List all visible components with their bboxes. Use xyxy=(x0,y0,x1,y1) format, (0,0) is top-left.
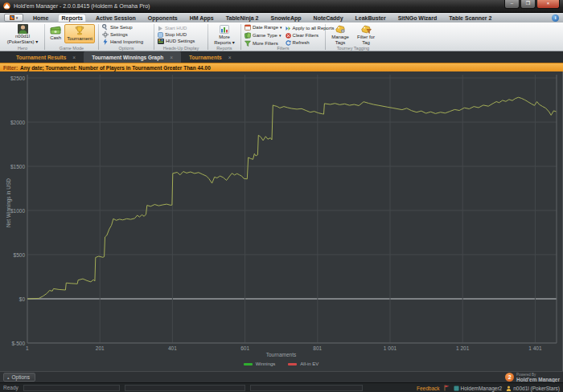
group-label-filters: Filters xyxy=(242,46,324,51)
options-button[interactable]: ▴ Options xyxy=(3,373,35,382)
filter-for-tag-button[interactable]: Filter for Tag xyxy=(355,24,377,46)
hud-settings-icon xyxy=(158,39,164,44)
menu-item-hm-apps[interactable]: HM Apps xyxy=(187,14,216,22)
minimize-button[interactable]: – xyxy=(504,0,520,9)
more-reports-label: More Reports ▾ xyxy=(212,35,236,45)
tab-tournament-winnings-graph[interactable]: Tournament Winnings Graph× xyxy=(84,51,181,63)
group-label-tagging: Tourney Tagging xyxy=(327,46,380,51)
chevron-down-icon: ▾ xyxy=(35,39,38,44)
manage-tags-button[interactable]: Manage Tags xyxy=(329,24,351,46)
account-icon xyxy=(454,386,459,391)
hero-avatar-icon[interactable] xyxy=(18,24,28,34)
group-label-game-mode: Game Mode xyxy=(46,46,97,51)
tournament-button[interactable]: Tournament xyxy=(64,24,95,43)
svg-text:$-500: $-500 xyxy=(11,341,25,346)
chart-legend: Winnings All-in EV xyxy=(0,361,562,366)
ribbon-group-options: Site Setup Settings Hand Importing Optio… xyxy=(100,23,153,51)
chevron-down-icon: ▾ xyxy=(279,33,282,38)
group-label-hero: Hero xyxy=(2,46,43,51)
group-label-reports: Reports xyxy=(209,46,240,51)
ribbon-group-game-mode: Cash Tournament Game Mode xyxy=(46,23,97,51)
chevron-down-icon: ▾ xyxy=(16,16,18,20)
svg-text:201: 201 xyxy=(96,345,105,351)
feedback-flag-icon xyxy=(444,385,450,391)
feedback-link[interactable]: Feedback xyxy=(417,386,440,391)
tournament-label: Tournament xyxy=(67,36,92,42)
menu-item-sitngo-wizard[interactable]: SitNGo Wizard xyxy=(396,14,440,22)
ribbon-group-reports: More Reports ▾ Reports xyxy=(209,23,240,51)
account-status[interactable]: HoldemManager2 xyxy=(454,386,503,391)
menu-item-home[interactable]: Home xyxy=(31,14,51,22)
svg-text:1 401: 1 401 xyxy=(528,345,542,351)
refresh-icon xyxy=(286,40,291,46)
close-icon[interactable]: × xyxy=(170,55,173,60)
legend-winnings: Winnings xyxy=(244,361,276,366)
ribbon-separator xyxy=(98,24,99,50)
ribbon-group-tagging: Manage Tags Filter for Tag Tourney Taggi… xyxy=(327,23,380,51)
svg-text:$1000: $1000 xyxy=(10,208,25,214)
status-bar: Ready Feedback HoldemManager2 n00d1l (Po… xyxy=(0,382,563,392)
menu-item-table-scanner[interactable]: Table Scanner 2 xyxy=(446,14,494,22)
ribbon-separator xyxy=(154,24,154,50)
collapse-arrow-icon: ▴ xyxy=(7,375,10,380)
options-button-label: Options xyxy=(12,374,30,380)
tab-tournaments[interactable]: Tournaments× xyxy=(181,51,240,63)
menu-item-notecaddy[interactable]: NoteCaddy xyxy=(311,14,346,22)
title-bar: Hold'em Manager - 2.0.0.8415 (Holdem & O… xyxy=(0,0,563,13)
clear-filters-icon xyxy=(286,33,291,39)
cash-button[interactable]: Cash xyxy=(48,24,63,42)
tab-tournament-results[interactable]: Tournament Results× xyxy=(8,51,84,63)
svg-text:$500: $500 xyxy=(14,252,26,258)
more-reports-button[interactable]: More Reports ▾ xyxy=(211,24,238,46)
menu-bar: ▾ Home Reports Active Session Opponents … xyxy=(0,13,563,22)
user-status[interactable]: n00d1l (PokerStars) xyxy=(506,386,560,391)
manage-tags-icon xyxy=(335,25,346,34)
chevron-down-icon: ▾ xyxy=(232,40,235,45)
status-ready: Ready xyxy=(3,385,18,390)
close-icon[interactable]: × xyxy=(72,55,76,60)
stop-hud-button[interactable]: Stop HUD xyxy=(158,32,195,38)
svg-text:$2500: $2500 xyxy=(10,76,25,81)
site-setup-button[interactable]: Site Setup xyxy=(102,24,143,31)
maximize-button[interactable]: ❐ xyxy=(520,0,536,9)
menu-item-leakbuster[interactable]: LeakBuster xyxy=(353,14,388,22)
ribbon-separator xyxy=(240,24,241,50)
menu-item-reports[interactable]: Reports xyxy=(58,14,85,22)
y-axis-label: Net Winnings in USD xyxy=(6,147,11,259)
site-setup-icon xyxy=(102,24,109,31)
start-hud-button[interactable]: Start HUD xyxy=(158,26,195,31)
window-title: Hold'em Manager - 2.0.0.8415 (Holdem & O… xyxy=(14,3,150,9)
app-menu-button[interactable]: ▾ xyxy=(4,14,23,22)
close-button[interactable]: × xyxy=(536,0,560,9)
status-segment xyxy=(23,385,120,391)
cards-icon xyxy=(245,32,251,39)
filter-for-tag-label: Filter for Tag xyxy=(356,35,376,45)
hand-importing-button[interactable]: Hand Importing xyxy=(102,39,143,45)
chart-plot-area[interactable]: $2500$2000$1500$1000$500$0$-500120140160… xyxy=(0,71,563,371)
more-reports-icon xyxy=(220,25,229,34)
filter-for-tag-icon xyxy=(361,25,372,34)
gear-icon xyxy=(102,31,109,38)
ribbon-separator xyxy=(208,24,208,50)
hud-settings-button[interactable]: HUD Settings xyxy=(158,39,195,44)
group-label-hud: Heads-Up Display xyxy=(155,46,207,51)
date-range-button[interactable]: Date Range ▾ xyxy=(245,24,282,31)
menu-item-snowieapp[interactable]: SnowieApp xyxy=(268,14,303,22)
ribbon-group-hud: Start HUD Stop HUD HUD Settings Heads-Up… xyxy=(155,23,207,51)
filter-summary-bar: Filter: Any date; Tournament: Number of … xyxy=(0,63,563,71)
options-footer: ▴ Options 2 Powered By Hold'em Manager xyxy=(0,371,563,382)
menu-item-tableninja[interactable]: TableNinja 2 xyxy=(224,14,261,22)
filter-prefix: Filter: xyxy=(3,65,18,71)
menu-item-opponents[interactable]: Opponents xyxy=(146,14,180,22)
svg-text:$0: $0 xyxy=(19,296,26,302)
menu-item-active-session[interactable]: Active Session xyxy=(93,14,138,22)
settings-button[interactable]: Settings xyxy=(102,31,143,38)
hero-site[interactable]: (PokerStars) ▾ xyxy=(7,39,38,45)
svg-text:$2000: $2000 xyxy=(10,120,25,125)
game-type-button[interactable]: Game Type ▾ xyxy=(245,32,282,39)
legend-allin-ev-swatch xyxy=(288,363,297,365)
close-icon[interactable]: × xyxy=(228,55,232,60)
info-icon[interactable]: i xyxy=(552,14,559,22)
legend-allin-ev: All-in EV xyxy=(288,361,318,366)
ribbon-separator xyxy=(44,24,45,50)
